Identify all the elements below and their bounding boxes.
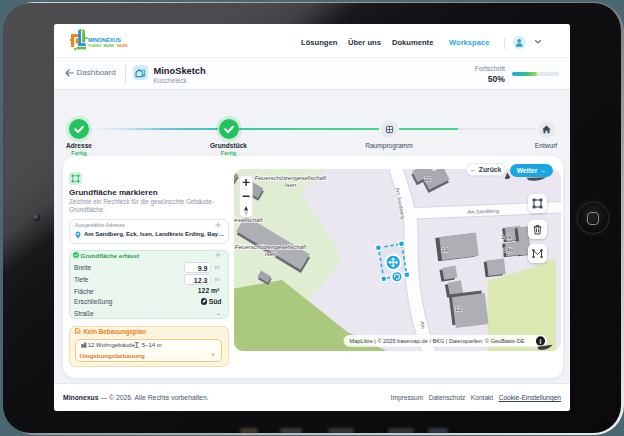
svg-text:Isen: Isen <box>265 251 277 257</box>
svg-text:22: 22 <box>424 176 431 182</box>
svg-text:MapLibre | © 2025 basemap.de /: MapLibre | © 2025 basemap.de / BKG | Dat… <box>349 338 524 344</box>
svg-text:Isen: Isen <box>285 181 297 187</box>
svg-text:14a: 14a <box>501 233 512 239</box>
svg-text:12: 12 <box>455 306 462 312</box>
svg-text:Feuerschützengesellschaft: Feuerschützengesellschaft <box>235 244 307 250</box>
svg-text:14: 14 <box>441 247 448 253</box>
svg-text:Feuerschützengesellschaft: Feuerschützengesellschaft <box>255 174 327 180</box>
svg-text:14b: 14b <box>503 246 514 252</box>
svg-text:gesellschaft: gesellschaft <box>234 217 263 223</box>
svg-text:Am Sandberg: Am Sandberg <box>467 207 499 214</box>
svg-text:Am: Am <box>420 320 427 328</box>
